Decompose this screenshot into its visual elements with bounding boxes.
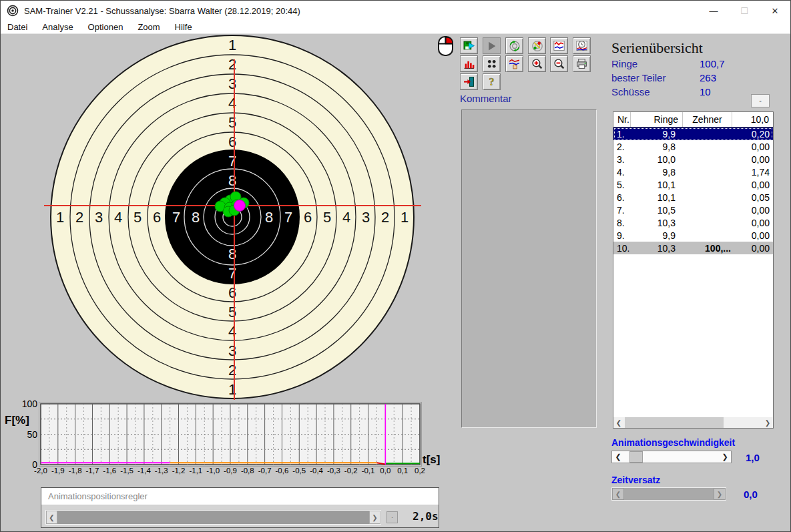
table-row[interactable]: 7.10,50,00 [613, 204, 773, 216]
comment-box[interactable] [461, 109, 597, 428]
force-chart: -2,0-1,9-1,8-1,7-1,6-1,5-1,4-1,3-1,2-1,1… [1, 400, 448, 478]
table-row[interactable]: 6.10,10,05 [613, 191, 773, 204]
position-step-button[interactable]: · [386, 511, 398, 523]
export-save-button[interactable] [460, 37, 478, 54]
maximize-button[interactable]: ☐ [729, 1, 760, 21]
exit-button[interactable] [460, 73, 478, 90]
zoom-out-icon [553, 58, 565, 69]
table-row[interactable]: 9.9,90,00 [613, 229, 773, 242]
table-cell: 0,00 [732, 216, 773, 229]
ring-number: 7 [228, 153, 236, 170]
animate-target-button[interactable] [505, 37, 523, 54]
menu-datei[interactable]: Datei [7, 22, 27, 32]
speed-left-icon[interactable]: ❮ [612, 453, 624, 461]
dots-grid-button[interactable] [483, 55, 501, 72]
time-offset-value: 0,0 [744, 489, 758, 500]
col-header-zehner[interactable]: Zehner [683, 112, 732, 127]
speed-right-icon[interactable]: ❯ [719, 453, 731, 461]
col-header-ringe[interactable]: Ringe [631, 112, 683, 127]
target-shots-icon [531, 40, 543, 51]
scroll-track[interactable] [624, 417, 762, 428]
table-row[interactable]: 5.10,10,00 [613, 178, 773, 191]
position-value: 2,0s [413, 510, 439, 523]
close-button[interactable]: ✕ [760, 1, 790, 21]
animation-position-title: Animationspositionsregler [41, 488, 439, 505]
ring-number: 3 [95, 209, 103, 226]
ring-number: 8 [192, 209, 200, 226]
menu-analyse[interactable]: Analyse [42, 22, 73, 32]
play-button[interactable] [483, 37, 501, 54]
table-cell: 9,8 [631, 140, 683, 153]
table-row[interactable]: 8.10,30,00 [613, 216, 773, 229]
time-curve-icon [576, 40, 587, 51]
animation-speed-label: Animationsgeschwindigkeit [611, 437, 735, 448]
printer-button[interactable] [573, 55, 591, 72]
x-tick-label: -0,5 [292, 467, 306, 475]
comment-label: Kommentar [460, 93, 512, 104]
x-tick-label: -1,7 [86, 467, 99, 475]
offset-right-icon[interactable]: ❯ [714, 488, 726, 500]
animation-position-slider[interactable]: ❮ ❯ [45, 510, 381, 525]
table-row[interactable]: 2.9,80,00 [613, 140, 773, 153]
minimize-button[interactable]: — [698, 1, 729, 21]
shot-table: Nr. Ringe Zehner 10,0 1.9,90,202.9,80,00… [613, 111, 774, 429]
menu-optionen[interactable]: Optionen [88, 22, 123, 32]
animation-speed-slider[interactable]: ❮ ❯ [611, 451, 732, 463]
zoom-out-button[interactable] [550, 55, 568, 72]
zoom-in-icon [531, 58, 543, 69]
schuesse-value: 10 [700, 86, 711, 97]
animation-position-panel: Animationspositionsregler ❮ ❯ · 2,0s [41, 487, 439, 528]
force-chart-svg: -2,0-1,9-1,8-1,7-1,6-1,5-1,4-1,3-1,2-1,1… [1, 400, 448, 478]
zoom-in-button[interactable] [528, 55, 546, 72]
table-cell: 0,20 [732, 127, 773, 140]
bester-teiler-value: 263 [700, 72, 716, 83]
ringe-label: Ringe [611, 58, 637, 69]
x-tick-label: -0,1 [362, 467, 375, 475]
ring-number: 2 [381, 209, 389, 226]
exit-icon [463, 76, 475, 87]
target-shots-button[interactable] [528, 37, 546, 54]
x-tick-label: -1,3 [155, 467, 168, 475]
time-curve-button[interactable] [573, 37, 591, 54]
table-cell [683, 140, 732, 153]
table-cell [683, 204, 732, 216]
table-cell [683, 166, 732, 178]
table-row[interactable]: 4.9,81,74 [613, 166, 773, 178]
col-header-teiler[interactable]: 10,0 [732, 112, 773, 127]
col-header-nr[interactable]: Nr. [613, 112, 631, 127]
position-right-icon[interactable]: ❯ [369, 511, 380, 524]
table-cell: 0,00 [732, 204, 773, 216]
speed-track[interactable] [624, 451, 719, 463]
ring-number: 6 [153, 209, 161, 226]
table-cell: 0,00 [732, 140, 773, 153]
collapse-button[interactable]: - [751, 94, 770, 107]
x-tick-label: 0,1 [397, 467, 408, 475]
table-cell: 8. [613, 216, 631, 229]
time-offset-slider[interactable]: ❮ ❯ [611, 487, 726, 501]
position-left-icon[interactable]: ❮ [46, 511, 57, 524]
table-row[interactable]: 10.10,3100,...0,00 [613, 242, 773, 254]
table-cell: 1. [613, 127, 631, 140]
scroll-right-icon[interactable]: ❯ [762, 417, 773, 428]
scroll-thumb[interactable] [625, 417, 724, 428]
ring-number: 2 [228, 56, 236, 73]
help-button[interactable]: ? [483, 73, 501, 90]
curves-button[interactable] [550, 37, 568, 54]
menu-zoom[interactable]: Zoom [138, 22, 160, 32]
scroll-left-icon[interactable]: ❮ [613, 417, 624, 428]
menu-bar: Datei Analyse Optionen Zoom Hilfe [1, 21, 790, 34]
app-icon [7, 5, 19, 17]
table-row[interactable]: 1.9,90,20 [613, 127, 773, 140]
table-cell [683, 127, 732, 140]
chart-hand-button[interactable] [505, 55, 523, 72]
x-tick-label: -1,4 [138, 467, 151, 475]
bar-chart-button[interactable] [460, 55, 478, 72]
ring-number: 5 [228, 304, 236, 320]
position-thumb[interactable] [57, 511, 369, 524]
speed-thumb[interactable] [629, 451, 643, 463]
table-hscrollbar[interactable]: ❮ ❯ [613, 417, 773, 428]
selected-shot-marker[interactable] [234, 200, 246, 212]
menu-hilfe[interactable]: Hilfe [175, 22, 192, 32]
offset-left-icon[interactable]: ❮ [612, 488, 624, 500]
table-row[interactable]: 3.10,00,00 [613, 153, 773, 166]
